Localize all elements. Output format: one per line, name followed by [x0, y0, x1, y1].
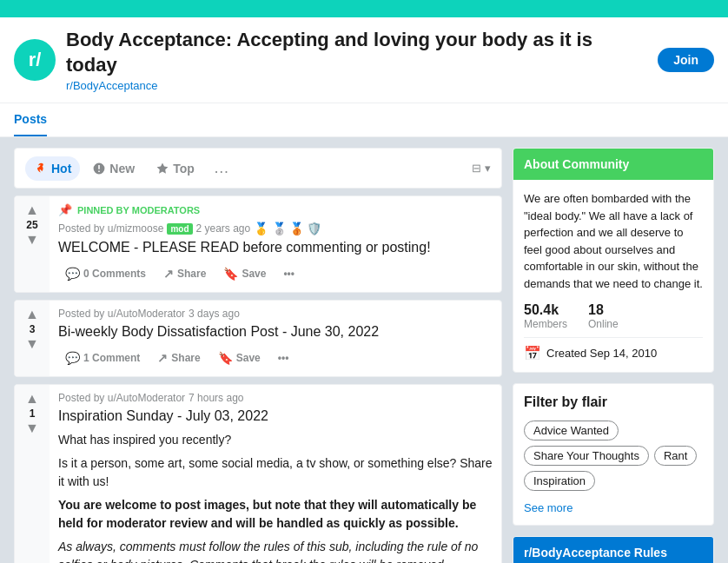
- save-button[interactable]: 🔖 Save: [211, 347, 268, 369]
- downvote-button[interactable]: ▼: [25, 337, 39, 351]
- tab-posts[interactable]: Posts: [14, 103, 47, 136]
- vote-column: ▲ 3 ▼: [15, 301, 50, 376]
- sort-top-button[interactable]: Top: [147, 156, 203, 181]
- upvote-button[interactable]: ▲: [25, 308, 39, 321]
- reddit-logo: r/: [14, 39, 56, 81]
- online-label: Online: [588, 318, 619, 330]
- more-button[interactable]: •••: [276, 263, 301, 284]
- award-gold: 🥇: [254, 222, 268, 235]
- post-body-intro: What has inspired you recently?: [58, 431, 493, 449]
- pinned-banner: 📌 PINNED BY MODERATORS: [58, 203, 493, 216]
- post-card: ▲ 1 ▼ Posted by u/AutoModerator 7 hours …: [14, 384, 502, 563]
- vote-column: ▲ 1 ▼: [15, 385, 50, 563]
- about-community-card: About Community We are often bombarded w…: [513, 148, 714, 373]
- filter-flair-header: Filter by flair: [513, 384, 713, 421]
- post-author: Posted by u/AutoModerator: [58, 392, 185, 404]
- view-toggle[interactable]: ⊟ ▾: [472, 162, 491, 175]
- post-actions: 💬 0 Comments ↗ Share 🔖 Save •••: [58, 262, 493, 285]
- post-body-area: Posted by u/AutoModerator 7 hours ago In…: [50, 385, 501, 563]
- page-title: Body Acceptance: Accepting and loving yo…: [66, 28, 647, 77]
- share-label: Share: [177, 268, 206, 280]
- post-body-middle: Is it a person, some art, some social me…: [58, 454, 493, 491]
- more-icon: •••: [283, 268, 295, 280]
- post-body-area: Posted by u/AutoModerator 3 days ago Bi-…: [50, 301, 501, 376]
- save-icon: 🔖: [218, 351, 233, 365]
- sort-new-label: New: [109, 162, 135, 176]
- flair-tag[interactable]: Rant: [654, 446, 697, 466]
- subreddit-name[interactable]: r/BodyAcceptance: [66, 79, 647, 92]
- downvote-button[interactable]: ▼: [25, 233, 39, 247]
- flair-tag[interactable]: Inspiration: [524, 471, 595, 491]
- share-button[interactable]: ↗ Share: [156, 262, 213, 285]
- post-body-area: 📌 PINNED BY MODERATORS Posted by u/mizmo…: [50, 196, 501, 292]
- comments-button[interactable]: 💬 0 Comments: [58, 262, 153, 285]
- about-community-body: We are often bombarded with the "ideal b…: [513, 180, 713, 372]
- comments-button[interactable]: 💬 1 Comment: [58, 347, 147, 369]
- vote-count: 3: [30, 323, 36, 335]
- save-icon: 🔖: [223, 267, 238, 281]
- created-label: Created Sep 14, 2010: [546, 347, 657, 360]
- upvote-button[interactable]: ▲: [25, 392, 39, 406]
- online-stat: 18 Online: [588, 302, 619, 330]
- posts-column: Hot New Top … ⊟ ▾ ▲ 25 ▼: [14, 148, 502, 563]
- post-card: ▲ 3 ▼ Posted by u/AutoModerator 3 days a…: [14, 300, 502, 377]
- sort-hot-button[interactable]: Hot: [25, 156, 80, 181]
- post-time: 7 hours ago: [189, 392, 243, 404]
- about-community-header: About Community: [513, 149, 713, 180]
- logo-text: r/: [29, 49, 42, 71]
- save-label: Save: [236, 352, 261, 364]
- sort-new-button[interactable]: New: [83, 156, 143, 181]
- author-link[interactable]: u/mizmoose: [108, 222, 164, 235]
- author-link[interactable]: u/AutoModerator: [108, 308, 185, 320]
- about-description: We are often bombarded with the "ideal b…: [524, 190, 703, 292]
- award-silver: 🥈: [272, 222, 287, 235]
- post-time: 2 years ago: [196, 222, 251, 235]
- more-button[interactable]: •••: [271, 348, 296, 368]
- comment-count: 1 Comment: [83, 352, 140, 364]
- rules-card: r/BodyAcceptance Rules: [513, 536, 714, 563]
- post-body-bold: You are welcome to post images, but note…: [58, 496, 493, 533]
- post-meta: Posted by u/AutoModerator 7 hours ago: [58, 392, 493, 404]
- vote-count: 1: [30, 407, 36, 420]
- save-button[interactable]: 🔖 Save: [216, 262, 273, 285]
- flair-tag[interactable]: Share Your Thoughts: [524, 446, 649, 466]
- flair-tags-container: Advice Wanted Share Your Thoughts Rant I…: [513, 421, 713, 501]
- sort-more-button[interactable]: …: [207, 156, 236, 181]
- post-card: ▲ 25 ▼ 📌 PINNED BY MODERATORS Posted by …: [14, 195, 502, 293]
- post-title[interactable]: Inspiration Sunday - July 03, 2022: [58, 407, 493, 426]
- stats-row: 50.4k Members 18 Online: [524, 302, 703, 330]
- post-title[interactable]: Bi-weekly Body Dissatisfaction Post - Ju…: [58, 323, 493, 341]
- rules-header: r/BodyAcceptance Rules: [513, 537, 713, 563]
- post-meta: Posted by u/AutoModerator 3 days ago: [58, 308, 493, 320]
- post-meta: Posted by u/mizmoose mod 2 years ago 🥇 🥈…: [58, 222, 493, 235]
- comment-icon: 💬: [65, 267, 80, 281]
- members-label: Members: [524, 318, 567, 330]
- upvote-button[interactable]: ▲: [25, 203, 39, 217]
- post-title[interactable]: WELCOME - PLEASE READ before commenting …: [58, 239, 493, 257]
- members-count: 50.4k: [524, 302, 567, 318]
- pin-icon: 📌: [58, 203, 72, 216]
- share-button[interactable]: ↗ Share: [150, 347, 207, 369]
- award-mod: 🛡️: [307, 222, 321, 235]
- sort-bar: Hot New Top … ⊟ ▾: [14, 148, 502, 189]
- post-author: Posted by u/AutoModerator: [58, 308, 185, 320]
- flair-tag[interactable]: Advice Wanted: [524, 421, 619, 440]
- post-actions: 💬 1 Comment ↗ Share 🔖 Save •••: [58, 347, 493, 369]
- online-count: 18: [588, 302, 619, 318]
- post-author: Posted by u/mizmoose: [58, 222, 163, 235]
- vote-count: 25: [26, 219, 37, 231]
- share-label: Share: [171, 352, 200, 364]
- filter-by-flair-card: Filter by flair Advice Wanted Share Your…: [513, 383, 714, 526]
- save-label: Save: [242, 268, 266, 280]
- sidebar: About Community We are often bombarded w…: [513, 148, 714, 563]
- awards-row: 🥇 🥈 🥉 🛡️: [254, 222, 321, 235]
- see-more-link[interactable]: See more: [513, 501, 713, 525]
- members-stat: 50.4k Members: [524, 302, 567, 330]
- mod-badge: mod: [167, 223, 192, 235]
- more-icon: •••: [278, 352, 289, 364]
- share-icon: ↗: [157, 351, 168, 365]
- join-button[interactable]: Join: [658, 48, 714, 72]
- downvote-button[interactable]: ▼: [25, 421, 39, 435]
- comment-icon: 💬: [65, 351, 80, 365]
- author-link[interactable]: u/AutoModerator: [108, 392, 185, 404]
